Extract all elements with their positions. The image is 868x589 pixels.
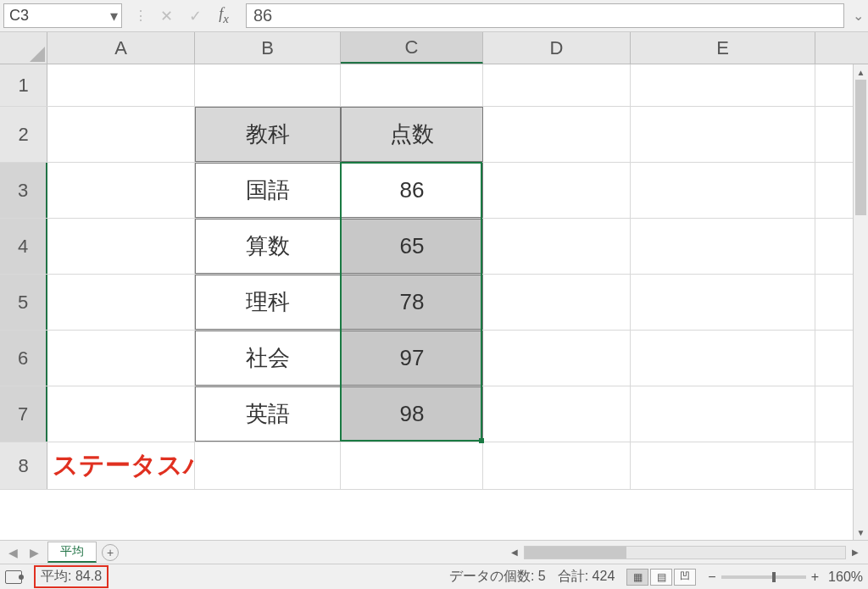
rows-container: 12教科点数3国語864算数655理科786社会977英語988ステータスバーに… — [0, 64, 868, 540]
cell-A3[interactable] — [47, 163, 195, 218]
col-header-E[interactable]: E — [631, 32, 815, 64]
row-2: 2教科点数 — [0, 107, 868, 163]
sheet-nav-next-icon[interactable]: ▶ — [26, 546, 42, 559]
row-header-7[interactable]: 7 — [0, 386, 47, 442]
cell-D7[interactable] — [483, 386, 631, 442]
col-header-D[interactable]: D — [483, 32, 631, 64]
grid: ABCDE 12教科点数3国語864算数655理科786社会977英語988ステ… — [0, 32, 868, 540]
zoom-in-button[interactable]: + — [811, 570, 819, 585]
row-7: 7英語98 — [0, 386, 868, 442]
cell-E8[interactable] — [631, 442, 815, 489]
cell-E5[interactable] — [631, 275, 815, 330]
row-header-1[interactable]: 1 — [0, 64, 47, 106]
cell-A2[interactable] — [47, 107, 195, 162]
row-5: 5理科78 — [0, 275, 868, 331]
cell-B5[interactable]: 理科 — [195, 275, 341, 330]
row-6: 6社会97 — [0, 331, 868, 386]
cell-D2[interactable] — [483, 107, 631, 162]
col-header-A[interactable]: A — [47, 32, 195, 64]
hscroll-track[interactable] — [524, 546, 846, 559]
horizontal-scrollbar[interactable]: ◀ ▶ — [124, 541, 863, 564]
row-8: 8ステータスバーに平均値が表示されます — [0, 442, 868, 490]
cell-C3[interactable]: 86 — [341, 163, 483, 218]
record-macro-icon[interactable] — [5, 570, 22, 584]
zoom-percent[interactable]: 160% — [824, 570, 863, 585]
cell-A8[interactable]: ステータスバーに平均値が表示されます — [47, 442, 195, 489]
cell-B7[interactable]: 英語 — [195, 386, 341, 442]
col-header-C[interactable]: C — [341, 32, 483, 64]
cell-B1[interactable] — [195, 64, 341, 106]
cell-D4[interactable] — [483, 219, 631, 274]
sheet-tabs-bar: ◀ ▶ 平均 + ◀ ▶ — [0, 540, 868, 564]
cell-D3[interactable] — [483, 163, 631, 218]
row-header-5[interactable]: 5 — [0, 275, 47, 330]
row-4: 4算数65 — [0, 219, 868, 275]
cell-E3[interactable] — [631, 163, 815, 218]
cell-A6[interactable] — [47, 331, 195, 386]
hscroll-left-icon[interactable]: ◀ — [507, 547, 522, 557]
cell-D8[interactable] — [483, 442, 631, 489]
cell-A1[interactable] — [47, 64, 195, 106]
row-header-4[interactable]: 4 — [0, 219, 47, 274]
zoom-controls: − + 160% — [708, 570, 863, 585]
cell-C6[interactable]: 97 — [341, 331, 483, 386]
cell-B4[interactable]: 算数 — [195, 219, 341, 274]
zoom-thumb[interactable] — [772, 572, 776, 582]
row-header-8[interactable]: 8 — [0, 442, 47, 489]
cell-D6[interactable] — [483, 331, 631, 386]
cell-E1[interactable] — [631, 64, 815, 106]
name-box-value: C3 — [9, 7, 29, 25]
cell-E6[interactable] — [631, 331, 815, 386]
scroll-down-icon[interactable]: ▼ — [854, 525, 868, 540]
vdots-icon: ⋮ — [134, 8, 147, 24]
cell-B3[interactable]: 国語 — [195, 163, 341, 218]
cancel-formula-icon[interactable]: ✕ — [156, 7, 176, 25]
select-all-corner[interactable] — [0, 32, 47, 64]
cell-E2[interactable] — [631, 107, 815, 162]
sheet-nav-prev-icon[interactable]: ◀ — [5, 546, 21, 559]
status-average: 平均: 84.8 — [34, 565, 108, 588]
name-box[interactable]: C3 ▾ — [3, 3, 122, 28]
cell-C4[interactable]: 65 — [341, 219, 483, 274]
cell-A4[interactable] — [47, 219, 195, 274]
cell-C2[interactable]: 点数 — [341, 107, 483, 162]
sheet-tab-active[interactable]: 平均 — [47, 542, 97, 563]
page-layout-view-button[interactable]: ▤ — [650, 569, 672, 586]
row-header-2[interactable]: 2 — [0, 107, 47, 162]
expand-formula-bar-icon[interactable]: ⌄ — [848, 0, 868, 31]
formula-input[interactable]: 86 — [246, 3, 844, 28]
cell-C5[interactable]: 78 — [341, 275, 483, 330]
status-sum: 合計: 424 — [558, 568, 615, 586]
cell-C8[interactable] — [341, 442, 483, 489]
vertical-scrollbar[interactable]: ▲ ▼ — [853, 64, 868, 540]
cell-B8[interactable] — [195, 442, 341, 489]
hscroll-right-icon[interactable]: ▶ — [848, 547, 863, 557]
row-header-3[interactable]: 3 — [0, 163, 47, 218]
row-header-6[interactable]: 6 — [0, 331, 47, 386]
hscroll-thumb[interactable] — [525, 547, 626, 558]
cell-D1[interactable] — [483, 64, 631, 106]
col-header-B[interactable]: B — [195, 32, 341, 64]
cell-E4[interactable] — [631, 219, 815, 274]
cell-D5[interactable] — [483, 275, 631, 330]
vscroll-thumb[interactable] — [855, 80, 866, 215]
zoom-slider[interactable] — [721, 575, 806, 579]
enter-formula-icon[interactable]: ✓ — [185, 7, 205, 25]
cell-E7[interactable] — [631, 386, 815, 442]
cell-C7[interactable]: 98 — [341, 386, 483, 442]
cell-A5[interactable] — [47, 275, 195, 330]
cell-A7[interactable] — [47, 386, 195, 442]
cell-B2[interactable]: 教科 — [195, 107, 341, 162]
cell-B6[interactable]: 社会 — [195, 331, 341, 386]
column-headers: ABCDE — [0, 32, 868, 64]
normal-view-button[interactable]: ▦ — [626, 569, 648, 586]
name-box-dropdown-icon[interactable]: ▾ — [110, 7, 118, 25]
fx-icon[interactable]: fx — [214, 5, 234, 26]
vscroll-track[interactable] — [854, 80, 868, 525]
zoom-out-button[interactable]: − — [708, 570, 715, 585]
page-break-view-button[interactable]: 凹 — [674, 569, 696, 586]
row-3: 3国語86 — [0, 163, 868, 219]
scroll-up-icon[interactable]: ▲ — [854, 64, 868, 80]
add-sheet-button[interactable]: + — [102, 544, 119, 561]
cell-C1[interactable] — [341, 64, 483, 106]
